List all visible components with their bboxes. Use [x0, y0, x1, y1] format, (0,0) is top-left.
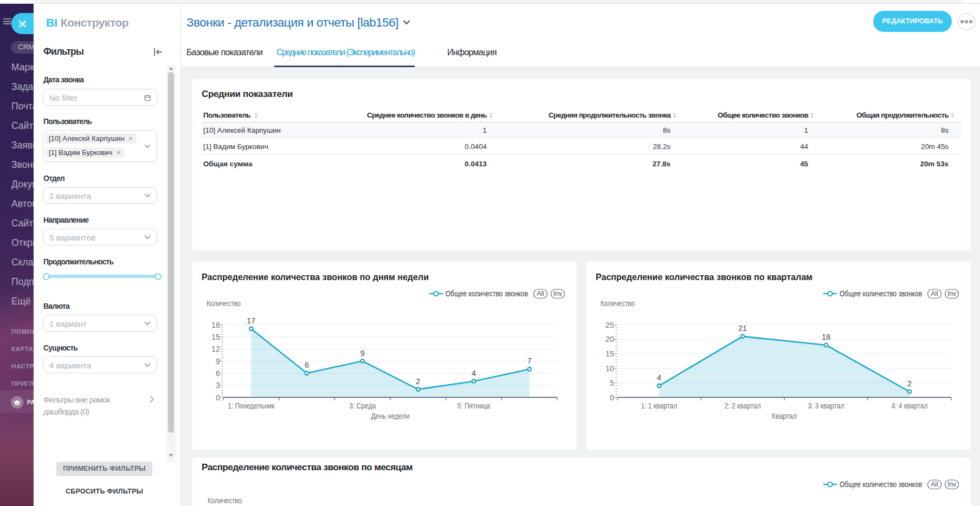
svg-text:4: 4: [657, 373, 661, 382]
svg-text:День недели: День недели: [371, 412, 410, 420]
svg-text:All: All: [931, 290, 938, 297]
svg-text:18: 18: [211, 321, 220, 329]
svg-text:15: 15: [211, 333, 220, 341]
svg-text:15: 15: [605, 349, 614, 358]
svg-text:2: 2: [907, 379, 912, 388]
svg-text:Распределение количества звонк: Распределение количества звонков по квар…: [596, 272, 813, 282]
svg-text:9: 9: [216, 357, 220, 366]
svg-text:17: 17: [247, 316, 255, 325]
svg-text:5: 5: [610, 379, 614, 387]
svg-text:6: 6: [216, 369, 220, 378]
svg-text:Общее количество звонков: Общее количество звонков: [840, 480, 922, 489]
svg-text:0: 0: [610, 393, 614, 402]
svg-text:9: 9: [360, 349, 365, 358]
svg-text:1: Понедельник: 1: Понедельник: [228, 401, 275, 410]
svg-text:Inv: Inv: [947, 290, 956, 297]
svg-text:Inv: Inv: [947, 481, 956, 488]
svg-text:4: 4 квартал: 4: 4 квартал: [892, 401, 928, 410]
svg-text:Распределение количества звонк: Распределение количества звонков по дням…: [202, 272, 429, 282]
svg-text:10: 10: [605, 364, 614, 373]
svg-text:All: All: [537, 290, 544, 297]
svg-text:Количество: Количество: [208, 496, 242, 505]
svg-text:Количество: Количество: [601, 299, 635, 308]
svg-text:2: 2: [416, 377, 420, 386]
svg-text:1: 1 квартал: 1: 1 квартал: [641, 401, 678, 410]
svg-text:6: 6: [305, 361, 309, 369]
svg-text:12: 12: [211, 345, 220, 353]
svg-text:18: 18: [822, 333, 830, 341]
svg-text:Общее количество звонков: Общее количество звонков: [840, 289, 922, 298]
svg-text:Inv: Inv: [553, 290, 562, 297]
svg-text:0: 0: [216, 393, 220, 402]
svg-text:25: 25: [605, 321, 614, 329]
svg-text:3: 3 квартал: 3: 3 квартал: [808, 401, 844, 410]
svg-text:Количество: Количество: [207, 299, 241, 308]
svg-text:5: Пятница: 5: Пятница: [457, 401, 491, 410]
svg-text:2: 2 квартал: 2: 2 квартал: [725, 401, 761, 410]
svg-text:3: 3: [216, 381, 220, 390]
svg-text:All: All: [931, 481, 938, 488]
svg-text:Квартал: Квартал: [772, 412, 797, 420]
svg-text:7: 7: [527, 356, 532, 365]
svg-text:20: 20: [605, 335, 614, 343]
svg-text:3: Среда: 3: Среда: [349, 401, 376, 410]
svg-text:21: 21: [738, 324, 747, 333]
svg-text:4: 4: [472, 369, 476, 378]
svg-text:Общее количество звонков: Общее количество звонков: [446, 289, 528, 298]
